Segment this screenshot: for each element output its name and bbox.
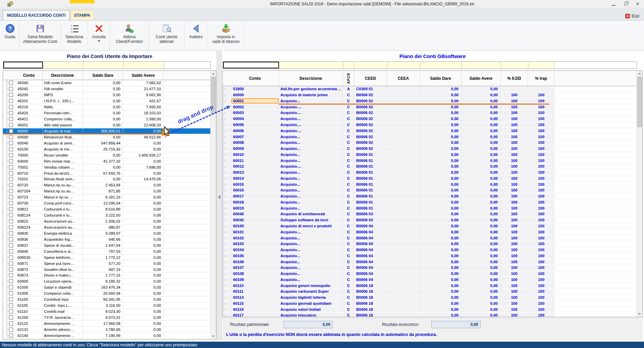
left-scrollbar[interactable]	[210, 71, 216, 339]
table-row[interactable]: 60837 Spese di riscald... 1.547,54 0,00	[3, 242, 211, 248]
left-filter-dare[interactable]	[83, 62, 123, 68]
expander-icon[interactable]: ›	[223, 301, 231, 306]
table-row[interactable]: 60100 Acquisto di me... 25.715,43 0,00	[3, 146, 211, 152]
table-row[interactable]: › 60103 Acquisto... C B0006 04 0,00 0,00…	[223, 241, 637, 247]
table-row[interactable]: 60730 Comp.prof.cons... 13.295,54 0,00	[3, 200, 211, 207]
table-row[interactable]: › 60107 Acquisto... C B0006 04 0,00 0,00…	[223, 265, 637, 271]
row-checkbox[interactable]	[9, 225, 13, 229]
row-checkbox[interactable]	[9, 99, 13, 103]
risultato-economico-field[interactable]: 0,00	[431, 321, 481, 328]
row-checkbox[interactable]	[9, 165, 13, 169]
table-row[interactable]: 60600 Rim.iniziali mat.... 41.377,32 0,0…	[3, 158, 211, 164]
table-row[interactable]: › 60006 Acquisto.... C B0006 02 0,00 0,0…	[223, 128, 637, 134]
row-checkbox[interactable]	[9, 93, 13, 97]
table-row[interactable]: 60822 Assicurazioni au... 1.306,02 0,00	[3, 219, 211, 225]
expander-icon[interactable]: ›	[223, 110, 231, 116]
left-filter-avere[interactable]	[123, 62, 164, 68]
table-row[interactable]: 62122 Ammortamento ... 17.960,58 0,00	[3, 321, 211, 327]
table-row[interactable]: › 60117 Acquisto totocalcio C B0006 18 0…	[223, 312, 637, 317]
left-filter-conto[interactable]	[3, 62, 43, 68]
seleziona-modello-button[interactable]: 123 SelezionaModello	[61, 20, 88, 50]
right-filter-apcr[interactable]	[343, 62, 355, 68]
row-checkbox[interactable]	[9, 297, 13, 301]
expander-icon[interactable]: ›	[223, 271, 231, 277]
right-col-conto[interactable]: Conto	[231, 71, 279, 86]
expander-icon[interactable]: ›	[223, 181, 231, 187]
row-checkbox[interactable]	[9, 219, 13, 223]
right-col-dare[interactable]: Saldo Dare	[420, 71, 462, 86]
table-row[interactable]: 45210 INAIL 0,00 7.990,50	[3, 104, 211, 110]
expander-icon[interactable]: ›	[223, 116, 231, 122]
row-checkbox[interactable]	[9, 183, 13, 187]
table-row[interactable]: 60836 Acquedotto fog... 640,66 0,00	[3, 236, 211, 242]
table-row[interactable]: 45040 IVA conto Erario 0,00 7.082,62	[3, 80, 211, 86]
row-checkbox[interactable]	[9, 129, 13, 133]
table-row[interactable]: 60900 Locazioni opera... 9.180,32 0,00	[3, 279, 211, 285]
table-row[interactable]: 70201 Riman.finali sem... 0,00 14.470,05	[3, 176, 211, 182]
row-checkbox[interactable]	[9, 135, 13, 139]
row-checkbox[interactable]	[9, 237, 13, 241]
row-checkbox[interactable]	[9, 231, 13, 235]
left-filter-descrizione[interactable]	[43, 62, 83, 68]
table-row[interactable]: › 60014 Acquisto... C B0006 01 0,00 0,00…	[223, 175, 637, 181]
right-col-descrizione[interactable]: Descrizione	[279, 71, 343, 86]
expander-icon[interactable]: ›	[223, 235, 231, 241]
table-row[interactable]: › 60042 Sviluppo software da terzi C B00…	[223, 217, 637, 223]
table-row[interactable]: › 60000 Acquisto di materie prime C B000…	[223, 92, 637, 98]
row-checkbox[interactable]	[9, 105, 13, 109]
table-row[interactable]: › 60115 Acquisto giornali quotidiani C B…	[223, 301, 637, 307]
table-row[interactable]: 60040 Acquisto di semi... 547.858,44 0,0…	[3, 140, 211, 146]
conti-utente-abbinati-button[interactable]: Conti utenteabbinati	[149, 20, 184, 50]
expander-icon[interactable]: ›	[223, 98, 231, 104]
expander-icon[interactable]: ›	[223, 134, 231, 139]
table-row[interactable]: 62140 Ammortamento ... 7.190,99 0,00	[3, 333, 211, 339]
row-checkbox[interactable]	[9, 201, 13, 205]
left-col-descrizione[interactable]: Descrizione	[43, 71, 83, 80]
row-checkbox[interactable]	[9, 87, 13, 91]
table-row[interactable]: 60830 Energia elettrica 9.289,97 0,00	[3, 230, 211, 236]
table-row[interactable]: › 60102 Acquisto... C B0006 04 0,00 0,00…	[223, 235, 637, 241]
importa-saldi-button[interactable]: Importa insaldi di bilancio	[208, 20, 244, 50]
table-row[interactable]: 60872 Smaltim.rifiuti to... 497,19 0,00	[3, 267, 211, 273]
expander-icon[interactable]: ›	[223, 217, 231, 223]
expander-icon[interactable]: ›	[223, 259, 231, 265]
right-filter-descrizione[interactable]	[279, 62, 343, 68]
table-row[interactable]: 608224 Assicurazioni au... 980,87 0,00	[3, 225, 211, 231]
table-row[interactable]: › 51800 Atti.fin.per gestione accentrata…	[223, 86, 637, 92]
right-filter-ceed[interactable]	[355, 62, 387, 68]
table-row[interactable]: 45201 I.N.P.S. L. 335 (... 0,00 431,67	[3, 98, 211, 104]
row-checkbox[interactable]	[9, 153, 13, 157]
row-checkbox[interactable]	[9, 159, 13, 163]
expander-icon[interactable]: ›	[223, 158, 231, 163]
row-checkbox[interactable]	[9, 243, 13, 247]
expander-icon[interactable]: ›	[223, 277, 231, 283]
table-row[interactable]: › 60111 Acquisto carburanti Super C B000…	[223, 289, 637, 295]
row-checkbox[interactable]	[9, 117, 13, 121]
tab-stampa[interactable]: STAMPA	[70, 10, 94, 20]
table-row[interactable]: › 60011 Acquisto... C B0006 01 0,00 0,00…	[223, 158, 637, 164]
scroll-down-icon[interactable]	[211, 334, 216, 339]
table-row[interactable]: › 60108 Acquisto... C B0006 04 0,00 0,00…	[223, 271, 637, 277]
restore-icon[interactable]	[622, 1, 629, 7]
table-row[interactable]: 607204 Manut.rip.su au... 871,85 0,00	[3, 188, 211, 194]
table-row[interactable]: › 60015 Acquisto... C B0006 01 0,00 0,00…	[223, 181, 637, 187]
expander-icon[interactable]: ›	[223, 128, 231, 133]
row-checkbox[interactable]	[9, 123, 13, 127]
expander-icon[interactable]: ›	[223, 193, 231, 199]
row-checkbox[interactable]	[9, 334, 13, 338]
row-checkbox[interactable]	[9, 309, 13, 313]
annulla-button[interactable]: Annulla	[88, 20, 110, 50]
row-checkbox[interactable]	[9, 291, 13, 295]
table-row[interactable]: › 60104 Acquisto... C B0006 04 0,00 0,00…	[223, 247, 637, 253]
expander-icon[interactable]: ›	[223, 223, 231, 229]
expander-icon[interactable]: ›	[223, 199, 231, 205]
expander-icon[interactable]: ›	[223, 211, 231, 217]
table-row[interactable]: › 60007 Acquisto... C B0006 02 0,00 0,00…	[223, 134, 637, 140]
table-row[interactable]: 60873 Divise e mater.i... 1.777,15 0,00	[3, 273, 211, 279]
indietro-button[interactable]: Indietro	[184, 20, 208, 50]
exit-button[interactable]: O Esci	[625, 14, 639, 18]
table-row[interactable]: 45042 IVA vendite 0,00 21.477,10	[3, 86, 211, 92]
row-checkbox[interactable]	[9, 147, 13, 151]
table-row[interactable]: › 60002 Acquisto.... C B0006 02 0,00 0,0…	[223, 104, 637, 110]
expander-icon[interactable]: ›	[223, 247, 231, 253]
